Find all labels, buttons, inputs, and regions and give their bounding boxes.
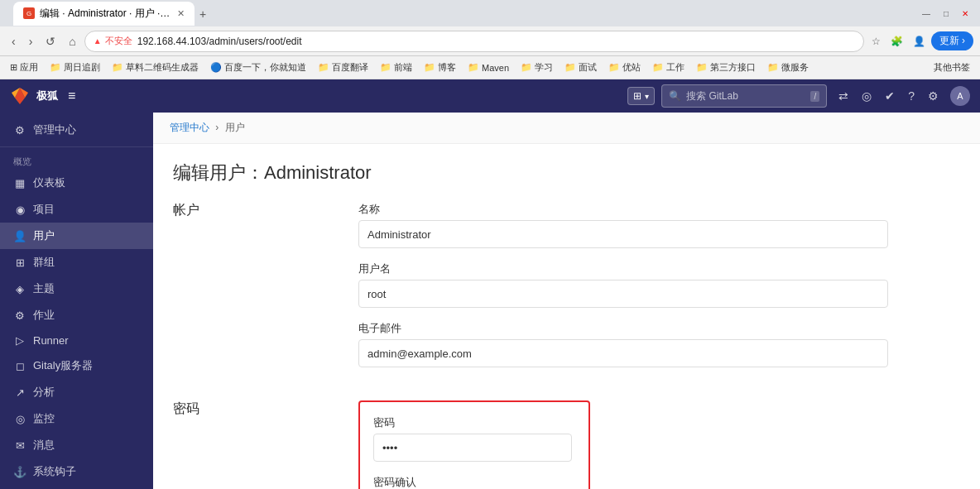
email-label: 电子邮件	[358, 321, 888, 336]
username-field-group: 用户名	[358, 261, 888, 308]
account-heading: 帐户	[173, 202, 339, 219]
email-field-group: 电子邮件	[358, 321, 888, 367]
gitaly-icon: ◻	[13, 360, 26, 372]
sidebar-gitaly-label: Gitaly服务器	[33, 358, 93, 373]
user-avatar[interactable]: A	[950, 86, 970, 106]
update-button[interactable]: 更新 ›	[931, 31, 973, 50]
url-text: 192.168.44.103/admin/users/root/edit	[137, 36, 855, 47]
sidebar-item-groups[interactable]: ⊞ 群组	[0, 249, 153, 276]
topbar-help-icon[interactable]: ?	[903, 86, 920, 106]
bookmark-third-party[interactable]: 📁 第三方接口	[693, 60, 759, 75]
sidebar-item-runner[interactable]: ▷ Runner	[0, 328, 153, 352]
sidebar-item-dashboard[interactable]: ▦ 仪表板	[0, 170, 153, 196]
tab-close-button[interactable]: ✕	[177, 8, 185, 19]
sidebar-item-topics[interactable]: ◈ 主题	[0, 276, 153, 302]
sidebar-overview-header: 概览	[0, 151, 153, 170]
sidebar-users-label: 用户	[33, 228, 55, 243]
gitlab-logo	[10, 86, 30, 106]
close-button[interactable]: ✕	[957, 6, 973, 22]
tab-bar: G 编辑 · Administrator · 用户 · 管... ✕ +	[7, 2, 914, 26]
maximize-button[interactable]: □	[939, 6, 954, 22]
dashboard-icon: ▦	[13, 177, 26, 189]
sidebar-item-system-hooks[interactable]: ⚓ 系统钩子	[0, 458, 153, 485]
sidebar-analytics-label: 分析	[33, 385, 55, 400]
sidebar-item-analytics[interactable]: ↗ 分析	[0, 379, 153, 405]
breadcrumb-separator: ›	[215, 122, 221, 133]
bookmark-work[interactable]: 📁 工作	[649, 60, 688, 75]
bookmark-youzhan[interactable]: 📁 优站	[605, 60, 644, 75]
sidebar-admin-center[interactable]: ⚙ 管理中心	[0, 113, 153, 143]
bookmark-apps[interactable]: ⊞ 应用	[7, 60, 41, 75]
insecure-label: 不安全	[105, 35, 132, 47]
bookmark-interview[interactable]: 📁 面试	[561, 60, 600, 75]
bookmark-weekend-shows[interactable]: 📁 周日追剧	[46, 60, 103, 75]
security-warning-icon: ▲	[94, 36, 102, 46]
gitlab-search-bar[interactable]: 🔍 搜索 GitLab /	[661, 84, 827, 108]
topbar-merge-requests-icon[interactable]: ⇄	[833, 86, 853, 106]
bookmark-frontend[interactable]: 📁 前端	[377, 60, 416, 75]
address-bar[interactable]: ▲ 不安全 192.168.44.103/admin/users/root/ed…	[84, 31, 864, 52]
password-input[interactable]	[373, 434, 572, 462]
gitlab-menu-button[interactable]: ≡	[65, 85, 79, 107]
bookmark-study[interactable]: 📁 学习	[517, 60, 556, 75]
topbar-todos-icon[interactable]: ✔	[880, 86, 900, 106]
page-title: 编辑用户：Administrator	[173, 161, 960, 185]
topbar-dropdown-button[interactable]: ⊞ ▾	[627, 87, 655, 105]
sidebar-item-monitor[interactable]: ◎ 监控	[0, 405, 153, 432]
bookmark-translate[interactable]: 📁 百度翻译	[315, 60, 372, 75]
sidebar-jobs-label: 作业	[33, 308, 55, 323]
password-confirm-field-group: 密码确认	[373, 475, 575, 489]
system-hooks-icon: ⚓	[13, 466, 26, 478]
username-label: 用户名	[358, 261, 888, 276]
topbar-issues-icon[interactable]: ◎	[857, 86, 877, 106]
new-tab-button[interactable]: +	[195, 2, 211, 26]
sidebar: ⚙ 管理中心 概览 ▦ 仪表板 ◉ 项目 👤 用户 ⊞ 群组	[0, 113, 153, 489]
minimize-button[interactable]: —	[917, 6, 935, 22]
sidebar-item-messages[interactable]: ✉ 消息	[0, 432, 153, 458]
search-icon: 🔍	[669, 90, 681, 102]
topbar-settings-icon[interactable]: ⚙	[923, 86, 944, 106]
home-button[interactable]: ⌂	[64, 31, 80, 51]
topics-icon: ◈	[13, 283, 26, 295]
password-section-label: 密码	[173, 400, 339, 489]
apps-folder-icon: ⊞	[10, 62, 17, 73]
admin-icon: ⚙	[13, 124, 26, 137]
browser-extension-icon[interactable]: 🧩	[886, 33, 907, 50]
name-input[interactable]	[358, 220, 888, 248]
sidebar-item-users[interactable]: 👤 用户	[0, 223, 153, 249]
sidebar-admin-label: 管理中心	[33, 122, 76, 137]
gitlab-logo-text: 极狐	[36, 89, 58, 103]
breadcrumb-current: 用户	[225, 122, 245, 133]
bookmark-qrcode[interactable]: 📁 草料二维码生成器	[108, 60, 202, 75]
bookmark-baidu[interactable]: 🔵 百度一下，你就知道	[207, 60, 310, 75]
gitlab-topbar: 极狐 ≡ ⊞ ▾ 🔍 搜索 GitLab / ⇄ ◎ ✔ ? ⚙ A	[0, 79, 980, 113]
bookmark-blog[interactable]: 📁 博客	[420, 60, 459, 75]
analytics-icon: ↗	[13, 386, 26, 399]
search-slash-shortcut: /	[810, 91, 819, 102]
email-input[interactable]	[358, 339, 888, 367]
bookmark-star-icon[interactable]: ☆	[867, 33, 885, 50]
refresh-button[interactable]: ↺	[41, 31, 60, 51]
messages-icon: ✉	[13, 439, 26, 452]
password-section: 密码 密码 密码确认	[173, 400, 960, 489]
bookmark-maven[interactable]: 📁 Maven	[464, 60, 512, 74]
password-heading: 密码	[173, 400, 339, 418]
forward-button[interactable]: ›	[24, 31, 38, 51]
bookmark-microservice[interactable]: 📁 微服务	[764, 60, 812, 75]
sidebar-item-gitaly[interactable]: ◻ Gitaly服务器	[0, 352, 153, 379]
sidebar-item-applications[interactable]: ⊞ 应用	[0, 485, 153, 489]
sidebar-hooks-label: 系统钩子	[33, 464, 76, 479]
sidebar-item-jobs[interactable]: ⚙ 作业	[0, 302, 153, 328]
active-tab[interactable]: G 编辑 · Administrator · 用户 · 管... ✕	[13, 2, 195, 26]
username-input[interactable]	[358, 280, 888, 308]
app-body: ⚙ 管理中心 概览 ▦ 仪表板 ◉ 项目 👤 用户 ⊞ 群组	[0, 113, 980, 489]
password-section-box: 密码 密码确认	[358, 400, 590, 489]
back-button[interactable]: ‹	[7, 31, 21, 51]
breadcrumb-admin-link[interactable]: 管理中心	[170, 122, 209, 133]
bookmark-others[interactable]: 其他书签	[930, 60, 973, 75]
topbar-action-icons: ⇄ ◎ ✔ ? ⚙	[833, 86, 944, 106]
tab-favicon: G	[23, 7, 35, 19]
profile-icon[interactable]: 👤	[909, 33, 930, 50]
sidebar-item-projects[interactable]: ◉ 项目	[0, 196, 153, 223]
projects-icon: ◉	[13, 204, 26, 216]
